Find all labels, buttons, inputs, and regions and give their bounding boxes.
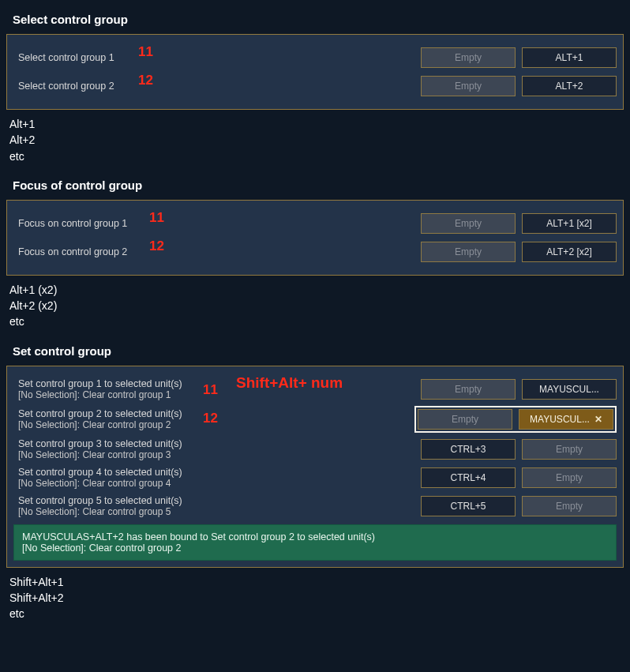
- row-label-text: Focus on control group 1: [18, 218, 127, 229]
- hotkey-slot-secondary[interactable]: Empty: [522, 496, 617, 516]
- annotation: 12: [138, 73, 153, 88]
- hotkey-slot-secondary[interactable]: MAYUSCUL...: [522, 379, 617, 400]
- hotkey-slot-primary[interactable]: Empty: [418, 409, 512, 430]
- description-line: Alt+2: [9, 132, 624, 148]
- panel-focus: Focus on control group 1 11 Empty ALT+1 …: [6, 200, 624, 276]
- row-label-text: Set control group 4 to selected unit(s): [18, 467, 182, 478]
- hotkey-row: Select control group 1 11 Empty ALT+1: [13, 46, 617, 69]
- hotkey-slot-primary[interactable]: CTRL+5: [421, 496, 516, 516]
- row-label: Set control group 1 to selected unit(s) …: [13, 378, 421, 400]
- row-label: Focus on control group 1 11: [13, 218, 421, 229]
- row-label-text: Set control group 3 to selected unit(s): [18, 438, 182, 449]
- slot-text: MAYUSCUL...: [530, 414, 590, 425]
- hotkey-row: Focus on control group 2 12 Empty ALT+2 …: [13, 240, 617, 264]
- slots: Empty ALT+2: [421, 76, 617, 96]
- hotkey-slot-primary[interactable]: Empty: [421, 379, 516, 400]
- close-icon[interactable]: ✕: [594, 414, 602, 425]
- row-label-sub: [No Selection]: Clear control group 2: [18, 419, 414, 430]
- description-focus: Alt+1 (x2) Alt+2 (x2) etc: [9, 282, 624, 330]
- section-title-select: Select control group: [13, 13, 624, 26]
- bind-notice: MAYUSCULAS+ALT+2 has been bound to Set c…: [13, 524, 617, 561]
- slots: CTRL+5 Empty: [421, 496, 617, 516]
- row-label-sub: [No Selection]: Clear control group 4: [18, 478, 421, 489]
- row-label: Set control group 5 to selected unit(s) …: [13, 495, 421, 517]
- description-line: Alt+1: [9, 116, 624, 132]
- row-label-sub: [No Selection]: Clear control group 5: [18, 506, 421, 517]
- notice-line: [No Selection]: Clear control group 2: [22, 542, 608, 554]
- hotkey-slot-secondary[interactable]: ALT+1: [522, 47, 617, 68]
- row-label-text: Set control group 1 to selected unit(s): [18, 378, 182, 389]
- description-line: Alt+2 (x2): [9, 298, 624, 313]
- section-title-focus: Focus of control group: [13, 178, 624, 192]
- hotkey-slot-secondary[interactable]: Empty: [522, 467, 617, 488]
- description-line: Shift+Alt+2: [9, 590, 624, 606]
- row-label-text: Set control group 5 to selected unit(s): [18, 495, 182, 506]
- row-label: Set control group 4 to selected unit(s) …: [13, 467, 421, 489]
- section-title-set: Set control group: [13, 344, 624, 358]
- row-label: Set control group 3 to selected unit(s) …: [13, 438, 421, 460]
- slots: CTRL+3 Empty: [421, 439, 617, 460]
- slots: Empty ALT+1 [x2]: [421, 213, 617, 234]
- slots: Empty MAYUSCUL...: [421, 379, 617, 400]
- hotkey-slot-secondary-active[interactable]: MAYUSCUL... ✕: [519, 409, 613, 430]
- hotkey-row: Set control group 3 to selected unit(s) …: [13, 437, 617, 461]
- row-label: Focus on control group 2 12: [13, 246, 421, 257]
- hotkey-row: Set control group 5 to selected unit(s) …: [13, 494, 617, 518]
- row-label: Select control group 1 11: [13, 52, 421, 63]
- row-label-text: Focus on control group 2: [18, 246, 127, 257]
- row-label: Set control group 2 to selected unit(s) …: [13, 408, 414, 430]
- description-line: etc: [9, 148, 624, 164]
- hotkey-row: Set control group 1 to selected unit(s) …: [13, 377, 617, 401]
- description-select: Alt+1 Alt+2 etc: [9, 116, 624, 164]
- row-label-text: Select control group 1: [18, 52, 114, 63]
- description-set: Shift+Alt+1 Shift+Alt+2 etc: [9, 574, 624, 622]
- hotkey-slot-primary[interactable]: CTRL+4: [421, 467, 516, 488]
- hotkey-slot-secondary[interactable]: ALT+2: [522, 76, 617, 96]
- panel-set: Shift+Alt+ num Set control group 1 to se…: [6, 366, 624, 568]
- description-line: etc: [9, 606, 624, 621]
- hotkey-row: Focus on control group 1 11 Empty ALT+1 …: [13, 212, 617, 235]
- row-label-text: Set control group 2 to selected unit(s): [18, 408, 182, 419]
- annotation: 11: [149, 210, 164, 226]
- hotkey-slot-primary[interactable]: CTRL+3: [421, 439, 516, 460]
- slots: Empty ALT+2 [x2]: [421, 242, 617, 262]
- annotation: 12: [149, 238, 164, 254]
- hotkey-slot-primary[interactable]: Empty: [421, 213, 516, 234]
- hotkey-slot-secondary[interactable]: ALT+2 [x2]: [522, 242, 617, 262]
- row-label-text: Select control group 2: [18, 81, 114, 92]
- hotkey-row: Set control group 2 to selected unit(s) …: [13, 406, 617, 433]
- hotkey-row: Set control group 4 to selected unit(s) …: [13, 466, 617, 490]
- row-label-sub: [No Selection]: Clear control group 1: [18, 389, 421, 400]
- row-label: Select control group 2 12: [13, 81, 421, 92]
- slots: CTRL+4 Empty: [421, 467, 617, 488]
- panel-select: Select control group 1 11 Empty ALT+1 Se…: [6, 34, 624, 110]
- description-line: etc: [9, 313, 624, 329]
- row-label-sub: [No Selection]: Clear control group 3: [18, 449, 421, 460]
- hotkey-slot-secondary[interactable]: Empty: [522, 439, 617, 460]
- notice-line: MAYUSCULAS+ALT+2 has been bound to Set c…: [22, 531, 608, 542]
- hotkey-slot-secondary[interactable]: ALT+1 [x2]: [522, 213, 617, 234]
- hotkey-row: Select control group 2 12 Empty ALT+2: [13, 74, 617, 98]
- hotkey-slot-primary[interactable]: Empty: [421, 47, 516, 68]
- slots: Empty ALT+1: [421, 47, 617, 68]
- description-line: Alt+1 (x2): [9, 282, 624, 298]
- hotkey-slot-primary[interactable]: Empty: [421, 242, 516, 262]
- hotkey-slot-primary[interactable]: Empty: [421, 76, 516, 96]
- active-slot-wrap: Empty MAYUSCUL... ✕: [414, 406, 617, 433]
- annotation: 11: [138, 44, 153, 60]
- description-line: Shift+Alt+1: [9, 574, 624, 590]
